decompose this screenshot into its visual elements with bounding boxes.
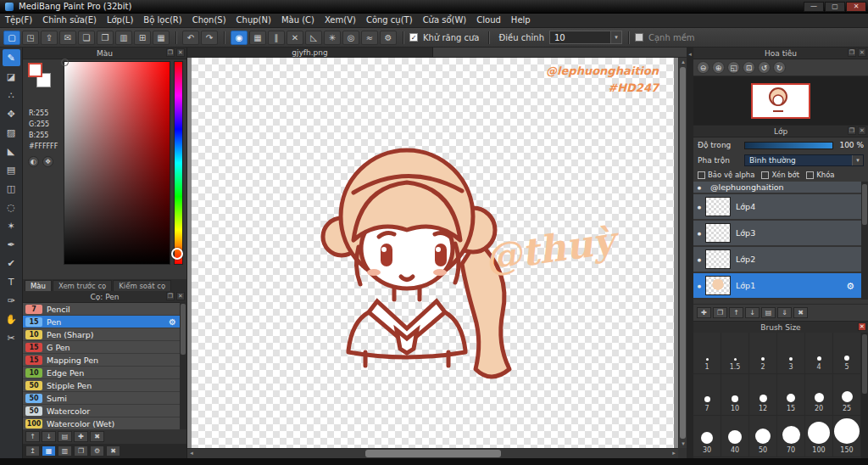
- close-icon[interactable]: ✕: [176, 292, 185, 300]
- brush-tool[interactable]: ✎: [3, 49, 20, 66]
- brush-list-scrollbar[interactable]: [180, 302, 186, 429]
- dock-settings-icon[interactable]: ⚙: [90, 445, 104, 457]
- zoom-out-icon[interactable]: ⊖: [697, 61, 709, 74]
- eyedropper-tool[interactable]: ✑: [3, 292, 20, 309]
- save-icon[interactable]: ◳: [22, 31, 39, 45]
- dock-page-icon[interactable]: ❐: [74, 445, 88, 457]
- brush-size-70[interactable]: 70: [777, 416, 805, 457]
- menu-item-4[interactable]: Chọn(S): [187, 14, 231, 27]
- size-scrollbar[interactable]: [861, 333, 868, 458]
- blend-dropdown[interactable]: Bình thường ▾: [744, 154, 864, 166]
- gallery-icon[interactable]: ❏: [78, 31, 95, 45]
- color-tab-1[interactable]: Xem trước cọ: [53, 280, 112, 291]
- eye-icon[interactable]: ●: [693, 231, 705, 236]
- opacity-slider[interactable]: [744, 142, 833, 149]
- eye-icon[interactable]: ●: [693, 257, 705, 262]
- snap-circle-icon[interactable]: ◎: [342, 31, 359, 45]
- minimize-button[interactable]: —: [804, 2, 824, 12]
- dock-grid-icon[interactable]: ▥: [58, 445, 72, 457]
- brush-size-1.5[interactable]: 1.5: [721, 333, 749, 374]
- brush-size-3[interactable]: 3: [777, 333, 805, 374]
- lasso-tool[interactable]: ◌: [3, 199, 20, 216]
- navigator-thumbnail[interactable]: [751, 83, 810, 119]
- select-tool[interactable]: ◫: [3, 180, 20, 197]
- vertical-scroll-thumb[interactable]: [680, 67, 686, 439]
- layer-row-1[interactable]: ●Lớp4: [693, 194, 861, 219]
- dock-brush-icon[interactable]: ▦: [42, 445, 56, 457]
- hue-bar[interactable]: [174, 61, 183, 265]
- rotate-right-icon[interactable]: ↻: [773, 61, 786, 74]
- menu-item-8[interactable]: Công cụ(T): [361, 14, 418, 27]
- panel-splitter[interactable]: ◂: [687, 48, 693, 458]
- brush-size-5[interactable]: 5: [833, 333, 861, 374]
- zoom-fit-icon[interactable]: ◱: [727, 61, 740, 74]
- zoom-in-icon[interactable]: ⊕: [712, 61, 725, 74]
- dot-tool[interactable]: ∴: [3, 87, 20, 104]
- lock-checkbox[interactable]: [806, 171, 814, 179]
- brush-size-50[interactable]: 50: [749, 416, 777, 457]
- layer-folder-icon[interactable]: ▤: [761, 307, 776, 318]
- layer-up-icon[interactable]: ↑: [729, 307, 743, 318]
- bucket-tool[interactable]: ◣: [3, 143, 20, 160]
- brush-size-100[interactable]: 100: [805, 416, 833, 457]
- layer-row-3[interactable]: ●Lớp2: [693, 247, 861, 272]
- layer-row-4[interactable]: ●Lớp1⚙: [693, 273, 861, 298]
- layer-merge-icon[interactable]: ⇓: [777, 307, 792, 318]
- zoom-actual-icon[interactable]: ⊡: [743, 61, 755, 74]
- brush-size-2[interactable]: 2: [749, 333, 777, 374]
- menu-item-3[interactable]: Bộ lọc(R): [138, 14, 186, 27]
- dock-up-icon[interactable]: ↥: [25, 445, 40, 457]
- menu-item-7[interactable]: Xem(V): [320, 14, 361, 27]
- horizontal-scrollbar[interactable]: ◂ ▸: [187, 448, 678, 458]
- layer-row-0[interactable]: ●@lephuonghaition: [693, 182, 861, 193]
- eraser-tool[interactable]: ◪: [3, 68, 20, 85]
- menu-item-6[interactable]: Màu (C): [276, 14, 320, 27]
- slice-tool[interactable]: ✂: [3, 329, 20, 346]
- dock-trash-icon[interactable]: ✖: [106, 445, 120, 457]
- detach-icon[interactable]: ❐: [166, 48, 175, 57]
- soft-edge-checkbox[interactable]: [635, 33, 643, 42]
- fill-tool[interactable]: ▨: [3, 124, 20, 141]
- paste-icon[interactable]: ▥: [115, 31, 132, 45]
- eye-icon[interactable]: ●: [693, 283, 705, 289]
- detach-icon[interactable]: ❐: [848, 126, 856, 135]
- brush-size-15[interactable]: 15: [777, 374, 805, 416]
- color-tab-2[interactable]: Kiểm soát cọ: [113, 280, 171, 291]
- gear-icon[interactable]: ⚙: [846, 280, 854, 291]
- grid-view-icon[interactable]: ⊞: [134, 31, 151, 45]
- clipping-checkbox[interactable]: [761, 171, 769, 179]
- export-icon[interactable]: ⇪: [41, 31, 58, 45]
- undo-icon[interactable]: ↶: [182, 31, 199, 45]
- scroll-thumb[interactable]: [862, 334, 867, 394]
- brush-delete-icon[interactable]: ✖: [90, 431, 104, 442]
- color-wheel-icon[interactable]: ◐: [28, 156, 39, 167]
- brush-size-40[interactable]: 40: [721, 416, 749, 457]
- brush-row-5[interactable]: 10Edge Pen: [23, 367, 180, 379]
- text-tool[interactable]: T: [3, 273, 20, 290]
- menu-item-11[interactable]: Help: [506, 14, 536, 27]
- brush-up-icon[interactable]: ↑: [25, 431, 40, 442]
- antialias-checkbox[interactable]: ✓: [409, 33, 418, 42]
- layer-row-2[interactable]: ●Lớp3: [693, 221, 861, 245]
- brush-row-9[interactable]: 100Watercolor (Wet): [23, 417, 180, 430]
- canvas-tab[interactable]: gjyfh.png: [187, 48, 433, 57]
- brush-size-4[interactable]: 4: [805, 333, 833, 374]
- maximize-button[interactable]: ▢: [825, 2, 845, 12]
- close-button[interactable]: ✕: [846, 2, 866, 12]
- menu-item-10[interactable]: Cloud: [471, 14, 506, 27]
- horizontal-scroll-thumb[interactable]: [365, 450, 501, 457]
- brush-size-150[interactable]: 150: [833, 416, 861, 457]
- menu-item-0[interactable]: Tệp(F): [0, 14, 37, 27]
- brush-row-4[interactable]: 15Mapping Pen: [23, 354, 180, 367]
- detach-icon[interactable]: ❐: [166, 292, 175, 300]
- scroll-right-icon[interactable]: ▸: [670, 449, 678, 457]
- brush-row-1[interactable]: 15Pen⚙: [23, 316, 180, 328]
- new-canvas-icon[interactable]: ▢: [3, 31, 20, 45]
- close-icon[interactable]: ✕: [176, 48, 185, 57]
- magic-wand-tool[interactable]: ✶: [3, 217, 20, 234]
- brush-row-8[interactable]: 50Watercolor: [23, 405, 180, 417]
- menu-item-5[interactable]: Chụp(N): [231, 14, 276, 27]
- snap-curve-icon[interactable]: ≈: [361, 31, 378, 45]
- move-tool[interactable]: ✥: [3, 105, 20, 122]
- palette-icon[interactable]: ❖: [42, 156, 53, 167]
